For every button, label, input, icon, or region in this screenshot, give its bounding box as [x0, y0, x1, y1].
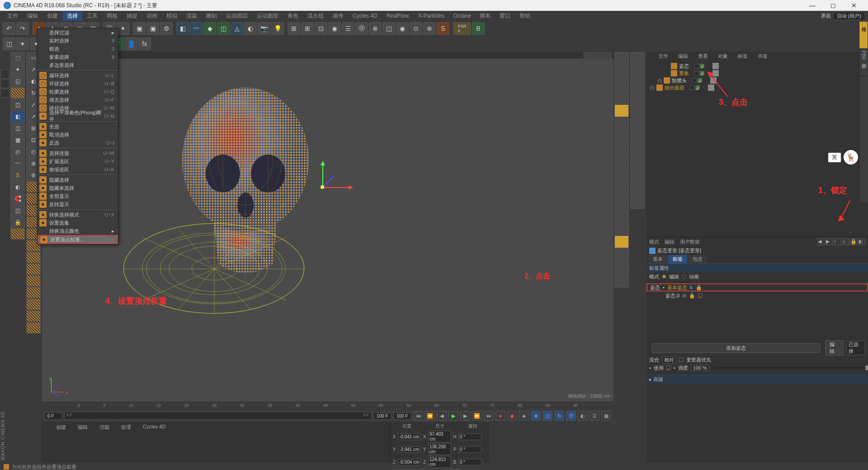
magnet-icon[interactable]: 🧲	[10, 193, 25, 204]
rtool-icon[interactable]	[614, 91, 629, 104]
rtool-icon[interactable]	[614, 275, 629, 287]
rtool-icon[interactable]	[614, 157, 629, 169]
home-icon[interactable]: ⌂	[842, 238, 849, 245]
rtool-icon[interactable]	[630, 65, 645, 78]
rtool-icon[interactable]	[614, 52, 629, 65]
tree-row[interactable]: 姿态 ✓	[648, 62, 866, 70]
select-menu-dropdown[interactable]: 选择过滤▸实时选择9框选0套索选择8多边形选择◯循环选择U~L◯环状选择U~B◯…	[37, 28, 118, 244]
tool-icon[interactable]: ◉	[396, 22, 409, 35]
tool-icon[interactable]: 〰	[10, 158, 25, 169]
bottom-tab[interactable]: 编辑	[72, 423, 93, 432]
tab-bookmarks[interactable]: 书签	[753, 52, 772, 60]
mix-dropdown[interactable]: 相对	[662, 356, 676, 364]
light-icon[interactable]: 💡	[271, 22, 284, 35]
menu-item[interactable]: ◯循环选择U~L	[38, 71, 118, 80]
tab-basic[interactable]: 基本	[648, 255, 667, 263]
play-icon[interactable]: ▶	[448, 411, 458, 421]
frame-total[interactable]: 100 F	[393, 412, 411, 420]
tool-icon[interactable]: ⊗	[369, 22, 382, 35]
menu-item[interactable]: 选择过滤▸	[38, 28, 118, 37]
tool-icon[interactable]: ⊞	[301, 22, 314, 35]
texture-mode-icon[interactable]	[10, 87, 25, 99]
menu-item[interactable]: ●选择平滑着色(Phong)断开U~N	[38, 112, 118, 120]
menu-Octane[interactable]: Octane	[449, 12, 476, 20]
menu-创建[interactable]: 创建	[42, 11, 62, 21]
tool-icon[interactable]: ✦	[16, 38, 29, 50]
tool-icon[interactable]	[26, 322, 41, 334]
menu-item[interactable]: ■选择连接U~W	[38, 149, 118, 157]
polygon-mode-icon[interactable]: ▦	[10, 134, 25, 146]
tool-icon[interactable]: ✦	[117, 22, 129, 35]
menu-帮助[interactable]: 帮助	[515, 11, 535, 21]
redo-icon[interactable]: ↷	[16, 22, 29, 35]
tool-icon[interactable]: B	[472, 22, 485, 35]
camera-icon[interactable]: 📷	[258, 22, 270, 35]
rtool-icon[interactable]	[630, 52, 645, 65]
menu-雕刻[interactable]: 雕刻	[202, 11, 222, 21]
vp-icon[interactable]	[584, 52, 590, 58]
model-mode-icon[interactable]: ⬚	[10, 52, 25, 63]
tool-icon[interactable]: ⊙	[410, 22, 422, 35]
prev-frame-icon[interactable]: ◀	[437, 411, 447, 421]
rtool-icon[interactable]	[614, 118, 629, 130]
tool-icon[interactable]: ✦	[10, 64, 25, 75]
record-icon[interactable]: ●	[495, 411, 505, 421]
tl-toggle[interactable]: ⊕	[531, 411, 541, 421]
vp-icon[interactable]	[605, 52, 612, 58]
tl-toggle[interactable]: ↻	[554, 411, 564, 421]
tl-toggle[interactable]: Ⓟ	[566, 411, 576, 421]
menu-item[interactable]: ■收缩选区U~K	[38, 165, 118, 174]
tool-icon[interactable]: S	[10, 169, 25, 181]
tl-toggle[interactable]: ◫	[542, 411, 552, 421]
tool-icon[interactable]: fx	[138, 38, 151, 50]
menu-item[interactable]: ◯填充选择U~F	[38, 96, 118, 104]
menu-icon[interactable]: ◐	[858, 238, 865, 245]
rtool-icon[interactable]	[630, 157, 645, 169]
rtool-icon[interactable]	[630, 78, 645, 91]
lock-icon[interactable]: 🔒	[850, 238, 857, 245]
maximize-button[interactable]: ◻	[823, 0, 844, 11]
close-button[interactable]: ✕	[844, 0, 864, 11]
tab-edit[interactable]: 编辑	[674, 52, 693, 60]
render-icon[interactable]: ▣	[146, 22, 159, 35]
menu-工具[interactable]: 工具	[82, 11, 102, 21]
rtool-icon[interactable]	[614, 183, 629, 196]
tab-include[interactable]: 包含	[688, 255, 707, 263]
advanced-section[interactable]: ▸ 高级	[646, 375, 868, 384]
rtool-icon[interactable]	[614, 78, 629, 91]
tab-file[interactable]: 文件	[654, 52, 673, 60]
tool-icon[interactable]: S	[437, 22, 449, 35]
rtool-icon[interactable]	[614, 144, 629, 156]
tool-icon[interactable]: ◫	[10, 205, 25, 216]
strip-icon[interactable]	[0, 70, 9, 79]
prev-icon[interactable]: ◀	[817, 238, 825, 245]
deformer-icon[interactable]: ◬	[231, 22, 243, 35]
tree-row[interactable]: 白 骷髅头 ✓	[648, 77, 866, 84]
menu-item[interactable]: ◯轮廓选择U~Q	[38, 88, 118, 96]
menu-脚本[interactable]: 脚本	[475, 11, 495, 21]
deer-icon[interactable]: 🦌	[843, 149, 859, 165]
strip-icon[interactable]	[0, 79, 9, 88]
rtool-icon[interactable]	[630, 91, 645, 104]
next-key-icon[interactable]: ⏩	[472, 411, 482, 421]
tab-tags[interactable]: 标签	[733, 52, 752, 60]
rtool-icon[interactable]	[614, 131, 629, 143]
dock-tab[interactable]: PBR材质列	[859, 49, 868, 76]
viewport[interactable]: 透视 ProRender	[42, 52, 613, 401]
rtool-icon[interactable]	[630, 170, 645, 183]
menu-运动图形[interactable]: 运动图形	[252, 11, 283, 21]
goto-end-icon[interactable]: ⏭	[484, 411, 494, 421]
menu-RealFlow[interactable]: RealFlow	[382, 12, 414, 20]
rtool-icon[interactable]	[614, 262, 629, 274]
rtool-icon[interactable]	[614, 65, 629, 78]
menu-item[interactable]: ■扩展选区U~Y	[38, 157, 118, 165]
menu-item[interactable]: 框选0	[38, 45, 118, 53]
menu-动画[interactable]: 动画	[142, 11, 162, 21]
attr-userdata[interactable]: 用户数据	[680, 239, 700, 245]
autokey-icon[interactable]: ◉	[507, 411, 517, 421]
menu-item[interactable]: ■设置顶点权重...	[38, 235, 118, 244]
vp-icon[interactable]	[598, 52, 604, 58]
menu-item[interactable]: 实时选择9	[38, 37, 118, 45]
layout-selector[interactable]: 界面 启动 (用户)	[821, 12, 865, 20]
rtool-icon[interactable]	[614, 196, 629, 209]
